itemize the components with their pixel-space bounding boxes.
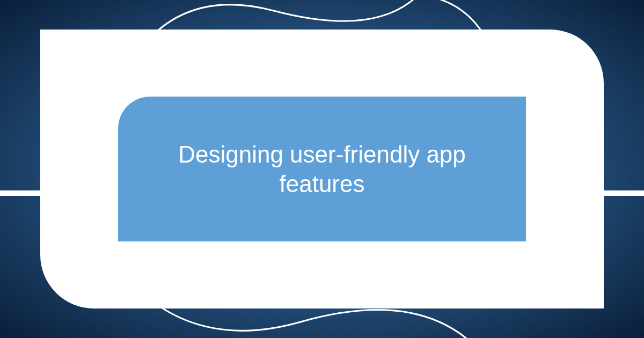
inner-card: Designing user-friendly app features: [118, 97, 526, 241]
page-title: Designing user-friendly app features: [140, 139, 504, 199]
